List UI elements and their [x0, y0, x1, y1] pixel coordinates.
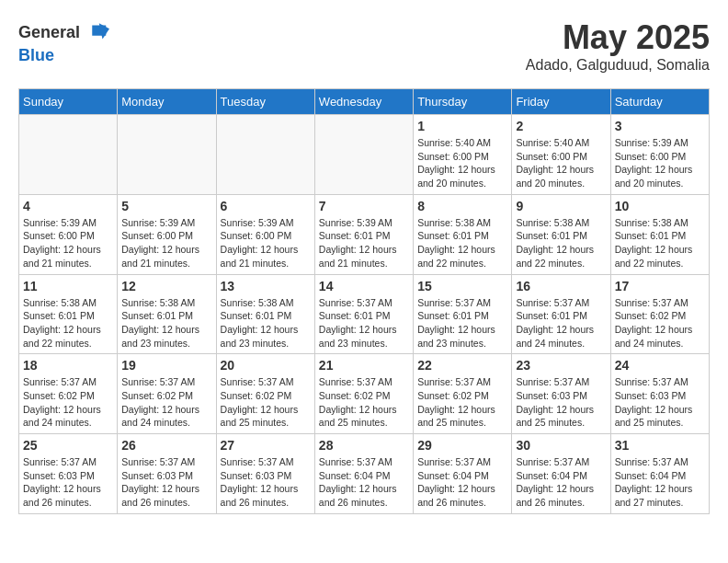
day-number: 10 — [615, 199, 705, 213]
calendar-cell: 23Sunrise: 5:37 AM Sunset: 6:03 PM Dayli… — [512, 354, 610, 434]
title-area: May 2025 Adado, Galguduud, Somalia — [526, 18, 710, 74]
day-number: 30 — [516, 438, 606, 453]
calendar-cell: 20Sunrise: 5:37 AM Sunset: 6:02 PM Dayli… — [216, 354, 314, 434]
day-info: Sunrise: 5:37 AM Sunset: 6:02 PM Dayligh… — [319, 375, 409, 430]
day-info: Sunrise: 5:37 AM Sunset: 6:02 PM Dayligh… — [23, 375, 113, 430]
logo: General Blue — [18, 18, 109, 65]
day-number: 3 — [615, 119, 705, 133]
day-number: 29 — [417, 438, 507, 453]
day-number: 17 — [615, 279, 705, 293]
calendar-cell: 3Sunrise: 5:39 AM Sunset: 6:00 PM Daylig… — [610, 115, 709, 195]
day-info: Sunrise: 5:37 AM Sunset: 6:04 PM Dayligh… — [417, 455, 507, 510]
location-title: Adado, Galguduud, Somalia — [526, 57, 710, 74]
calendar-cell: 30Sunrise: 5:37 AM Sunset: 6:04 PM Dayli… — [512, 434, 610, 514]
calendar-cell: 28Sunrise: 5:37 AM Sunset: 6:04 PM Dayli… — [314, 434, 413, 514]
calendar-cell: 6Sunrise: 5:39 AM Sunset: 6:00 PM Daylig… — [216, 194, 314, 274]
weekday-header: Thursday — [414, 89, 512, 115]
day-number: 12 — [121, 279, 211, 293]
logo-blue: Blue — [18, 46, 54, 64]
day-number: 14 — [319, 279, 409, 293]
day-info: Sunrise: 5:38 AM Sunset: 6:01 PM Dayligh… — [23, 296, 113, 350]
day-info: Sunrise: 5:37 AM Sunset: 6:01 PM Dayligh… — [319, 296, 409, 350]
day-number: 28 — [319, 438, 409, 453]
calendar-week-row: 18Sunrise: 5:37 AM Sunset: 6:02 PM Dayli… — [19, 354, 710, 434]
calendar-cell: 21Sunrise: 5:37 AM Sunset: 6:02 PM Dayli… — [314, 354, 413, 434]
calendar-cell: 4Sunrise: 5:39 AM Sunset: 6:00 PM Daylig… — [19, 194, 118, 274]
day-number: 22 — [417, 358, 507, 373]
calendar-cell: 7Sunrise: 5:39 AM Sunset: 6:01 PM Daylig… — [314, 194, 413, 274]
calendar-cell: 19Sunrise: 5:37 AM Sunset: 6:02 PM Dayli… — [118, 354, 216, 434]
calendar-cell: 27Sunrise: 5:37 AM Sunset: 6:03 PM Dayli… — [216, 434, 314, 514]
day-number: 15 — [417, 279, 507, 293]
calendar-cell: 17Sunrise: 5:37 AM Sunset: 6:02 PM Dayli… — [610, 274, 709, 354]
calendar-cell: 10Sunrise: 5:38 AM Sunset: 6:01 PM Dayli… — [610, 194, 709, 274]
day-number: 18 — [23, 358, 113, 373]
day-info: Sunrise: 5:38 AM Sunset: 6:01 PM Dayligh… — [615, 216, 705, 270]
calendar-cell: 18Sunrise: 5:37 AM Sunset: 6:02 PM Dayli… — [19, 354, 118, 434]
calendar-cell: 9Sunrise: 5:38 AM Sunset: 6:01 PM Daylig… — [512, 194, 610, 274]
calendar-cell: 1Sunrise: 5:40 AM Sunset: 6:00 PM Daylig… — [414, 115, 512, 195]
page-header: General Blue May 2025 Adado, Galguduud, … — [18, 18, 710, 74]
calendar-week-row: 25Sunrise: 5:37 AM Sunset: 6:03 PM Dayli… — [19, 434, 710, 514]
day-info: Sunrise: 5:39 AM Sunset: 6:00 PM Dayligh… — [615, 136, 705, 190]
calendar-cell: 31Sunrise: 5:37 AM Sunset: 6:04 PM Dayli… — [610, 434, 709, 514]
day-info: Sunrise: 5:39 AM Sunset: 6:00 PM Dayligh… — [121, 216, 211, 270]
calendar-cell: 25Sunrise: 5:37 AM Sunset: 6:03 PM Dayli… — [19, 434, 118, 514]
calendar-cell — [19, 115, 118, 195]
day-info: Sunrise: 5:38 AM Sunset: 6:01 PM Dayligh… — [417, 216, 507, 270]
day-info: Sunrise: 5:39 AM Sunset: 6:00 PM Dayligh… — [221, 216, 311, 270]
day-number: 26 — [121, 438, 211, 453]
day-number: 6 — [221, 199, 311, 213]
calendar-week-row: 1Sunrise: 5:40 AM Sunset: 6:00 PM Daylig… — [19, 115, 710, 195]
calendar-cell: 13Sunrise: 5:38 AM Sunset: 6:01 PM Dayli… — [216, 274, 314, 354]
day-number: 7 — [319, 199, 409, 213]
day-number: 4 — [23, 199, 113, 213]
weekday-header: Friday — [512, 89, 610, 115]
day-info: Sunrise: 5:39 AM Sunset: 6:00 PM Dayligh… — [23, 216, 113, 270]
day-number: 13 — [221, 279, 311, 293]
logo-general: General — [18, 23, 80, 42]
day-info: Sunrise: 5:37 AM Sunset: 6:01 PM Dayligh… — [417, 296, 507, 350]
calendar-week-row: 4Sunrise: 5:39 AM Sunset: 6:00 PM Daylig… — [19, 194, 710, 274]
calendar-cell: 8Sunrise: 5:38 AM Sunset: 6:01 PM Daylig… — [414, 194, 512, 274]
day-info: Sunrise: 5:37 AM Sunset: 6:02 PM Dayligh… — [417, 375, 507, 430]
day-number: 11 — [23, 279, 113, 293]
weekday-header: Sunday — [19, 89, 118, 115]
weekday-header: Saturday — [610, 89, 709, 115]
day-number: 25 — [23, 438, 113, 453]
day-info: Sunrise: 5:37 AM Sunset: 6:02 PM Dayligh… — [615, 296, 705, 350]
day-number: 21 — [319, 358, 409, 373]
logo-icon — [82, 18, 109, 46]
calendar-cell — [118, 115, 216, 195]
day-number: 9 — [516, 199, 606, 213]
calendar-cell: 14Sunrise: 5:37 AM Sunset: 6:01 PM Dayli… — [314, 274, 413, 354]
day-number: 8 — [417, 199, 507, 213]
day-info: Sunrise: 5:37 AM Sunset: 6:04 PM Dayligh… — [516, 455, 606, 510]
calendar-cell: 26Sunrise: 5:37 AM Sunset: 6:03 PM Dayli… — [118, 434, 216, 514]
weekday-header: Tuesday — [216, 89, 314, 115]
day-info: Sunrise: 5:37 AM Sunset: 6:03 PM Dayligh… — [516, 375, 606, 430]
calendar-cell: 22Sunrise: 5:37 AM Sunset: 6:02 PM Dayli… — [414, 354, 512, 434]
day-info: Sunrise: 5:40 AM Sunset: 6:00 PM Dayligh… — [516, 136, 606, 190]
day-info: Sunrise: 5:37 AM Sunset: 6:04 PM Dayligh… — [615, 455, 705, 510]
calendar-cell: 2Sunrise: 5:40 AM Sunset: 6:00 PM Daylig… — [512, 115, 610, 195]
day-number: 20 — [221, 358, 311, 373]
day-info: Sunrise: 5:38 AM Sunset: 6:01 PM Dayligh… — [121, 296, 211, 350]
day-number: 1 — [417, 119, 507, 133]
day-info: Sunrise: 5:38 AM Sunset: 6:01 PM Dayligh… — [516, 216, 606, 270]
weekday-header: Wednesday — [314, 89, 413, 115]
day-info: Sunrise: 5:37 AM Sunset: 6:04 PM Dayligh… — [319, 455, 409, 510]
calendar-week-row: 11Sunrise: 5:38 AM Sunset: 6:01 PM Dayli… — [19, 274, 710, 354]
calendar-cell — [314, 115, 413, 195]
calendar-cell: 5Sunrise: 5:39 AM Sunset: 6:00 PM Daylig… — [118, 194, 216, 274]
day-info: Sunrise: 5:37 AM Sunset: 6:03 PM Dayligh… — [221, 455, 311, 510]
day-number: 2 — [516, 119, 606, 133]
day-number: 5 — [121, 199, 211, 213]
calendar-cell: 15Sunrise: 5:37 AM Sunset: 6:01 PM Dayli… — [414, 274, 512, 354]
calendar-cell: 24Sunrise: 5:37 AM Sunset: 6:03 PM Dayli… — [610, 354, 709, 434]
calendar-table: SundayMondayTuesdayWednesdayThursdayFrid… — [18, 88, 710, 514]
calendar-cell — [216, 115, 314, 195]
calendar-header-row: SundayMondayTuesdayWednesdayThursdayFrid… — [19, 89, 710, 115]
day-number: 31 — [615, 438, 705, 453]
day-info: Sunrise: 5:37 AM Sunset: 6:01 PM Dayligh… — [516, 296, 606, 350]
